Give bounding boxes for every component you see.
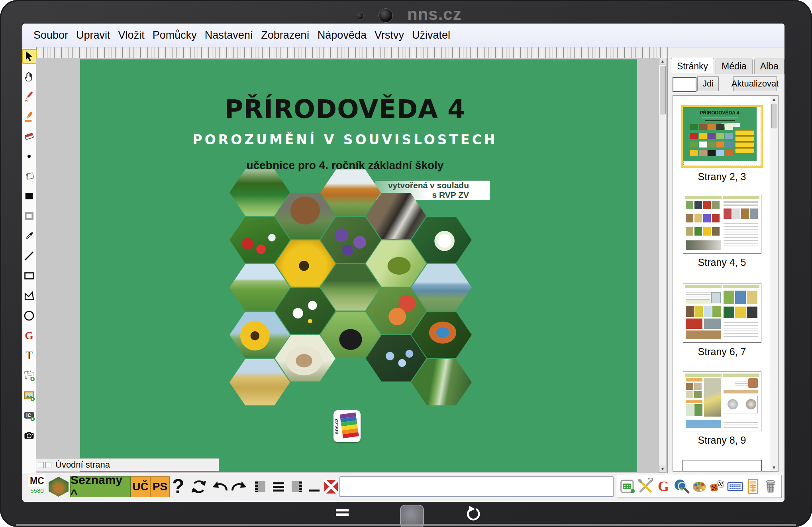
earth-search-icon[interactable]	[673, 478, 690, 495]
thumbnail-item-strany-2-3[interactable]: PŘÍRODOVĚDA 4	[678, 105, 766, 183]
menu-nastaveni[interactable]: Nastavení	[201, 29, 257, 41]
line-tool[interactable]	[23, 249, 36, 262]
cover-hexagon-mosaic	[229, 169, 473, 406]
virtual-keyboard-icon[interactable]	[619, 478, 636, 495]
notes-tool[interactable]	[23, 369, 36, 382]
menu-napoveda[interactable]: Nápověda	[314, 29, 371, 41]
google-search-tool[interactable]: G	[23, 329, 36, 342]
workbook-button[interactable]: PS	[150, 476, 170, 497]
tab-stranky[interactable]: Stránky	[671, 58, 714, 73]
polygon-tool[interactable]	[23, 289, 36, 302]
page-number-input[interactable]	[673, 77, 696, 92]
scroll-down-icon[interactable]: ▼	[771, 465, 777, 470]
rectangle-tool[interactable]	[23, 269, 36, 282]
calculator-icon[interactable]	[745, 478, 761, 495]
filled-rectangle-tool[interactable]	[23, 189, 36, 203]
scrollbar-thumb[interactable]	[660, 66, 666, 114]
splitter-handle[interactable]	[45, 462, 51, 468]
trash-icon[interactable]	[762, 478, 779, 495]
pan-tool[interactable]	[23, 70, 36, 83]
command-input[interactable]	[339, 476, 614, 497]
thumbnail-caption: Strany 4, 5	[678, 257, 766, 268]
palette-icon[interactable]	[691, 478, 708, 495]
tablet-back-icon[interactable]	[465, 506, 482, 523]
tablet-home-button[interactable]	[400, 505, 424, 527]
lists-button[interactable]: Seznamy ^	[70, 476, 131, 497]
tools-icon[interactable]	[637, 478, 654, 495]
thumbnail-item-strany-4-5[interactable]: Strany 4, 5	[678, 194, 766, 268]
tablet-menu-icon[interactable]	[336, 509, 349, 518]
tab-alba[interactable]: Alba	[754, 59, 785, 74]
highlighter-tool[interactable]	[23, 110, 36, 123]
help-button[interactable]: ?	[172, 475, 184, 498]
menu-vrstvy[interactable]: Vrstvy	[371, 29, 408, 41]
canvas-vertical-scrollbar[interactable]: ▲ ▼	[659, 58, 666, 473]
thumbnail-list-scrollbar[interactable]: ▲ ▼	[770, 96, 778, 471]
scrollbar-thumb[interactable]	[771, 104, 777, 128]
license-badge: MC 5580	[28, 475, 46, 494]
document-canvas[interactable]: PŘÍRODOVĚDA 4 POROZUMĚNÍ V SOUVISLOSTECH…	[36, 58, 667, 473]
thumbnail-caption: Strany 2, 3	[678, 171, 766, 183]
tablet-brand: nns.cz	[407, 5, 462, 24]
cover-title: PŘÍRODOVĚDA 4	[80, 94, 610, 124]
eyedropper-tool[interactable]	[23, 229, 36, 242]
tab-media[interactable]: Média	[716, 59, 753, 74]
point-tool[interactable]	[23, 149, 36, 163]
eraser-tool[interactable]	[23, 130, 36, 143]
stamp-tool[interactable]	[23, 169, 36, 183]
nns-logo: nns.cz	[333, 410, 361, 442]
thumbnail-preview[interactable]: PŘÍRODOVĚDA 4	[681, 105, 763, 168]
redo-icon[interactable]	[230, 478, 249, 496]
close-icon[interactable]	[322, 478, 340, 496]
pages-panel: Stránky Média Alba Jdi Aktualizovat PŘÍR…	[667, 47, 785, 473]
update-button[interactable]: Aktualizovat	[733, 76, 777, 91]
go-button[interactable]: Jdi	[697, 76, 719, 91]
thumbnail-preview[interactable]	[683, 283, 761, 343]
thumbnail-item-strany-8-9[interactable]: Strany 8, 9	[678, 372, 766, 446]
menu-zobrazeni[interactable]: Zobrazení	[257, 29, 314, 41]
thumbnail-preview[interactable]	[683, 372, 761, 431]
cover-subtitle: POROZUMĚNÍ V SOUVISLOSTECH	[80, 132, 610, 147]
panel-right-icon[interactable]	[288, 478, 306, 496]
scroll-up-icon[interactable]: ▲	[659, 58, 666, 65]
dice-icon[interactable]	[709, 478, 726, 495]
splitter-handle[interactable]	[38, 462, 44, 468]
add-image-tool[interactable]	[23, 389, 36, 402]
select-tool[interactable]	[23, 50, 36, 63]
svg-text:IC: IC	[26, 413, 31, 418]
menu-uzivatel[interactable]: Uživatel	[408, 29, 454, 41]
pencil-tool[interactable]	[23, 90, 36, 103]
book-cover-page: PŘÍRODOVĚDA 4 POROZUMĚNÍ V SOUVISLOSTECH…	[80, 59, 637, 472]
white-rectangle-tool[interactable]	[23, 209, 36, 222]
menu-pomucky[interactable]: Pomůcky	[149, 29, 201, 41]
textbook-button[interactable]: UČ	[131, 476, 150, 497]
thumbnail-item-strany-6-7[interactable]: Strany 6, 7	[678, 283, 766, 358]
thumbnail-caption: Strany 8, 9	[678, 435, 766, 446]
menu-vlozit[interactable]: Vložit	[114, 29, 149, 41]
keyboard-icon[interactable]	[727, 478, 743, 495]
rotate-icon[interactable]	[190, 478, 208, 496]
goto-page-row: Jdi Aktualizovat	[673, 76, 781, 92]
scroll-down-icon[interactable]: ▼	[659, 466, 666, 473]
thumbnail-preview[interactable]	[683, 194, 761, 254]
squirrel-avatar[interactable]	[49, 477, 69, 497]
mc-number: 5580	[28, 487, 46, 494]
bottom-toolbar: MC 5580 Seznamy ^ UČ PS ?	[22, 473, 785, 502]
minimize-icon[interactable]	[305, 478, 324, 496]
google-icon[interactable]: G	[655, 478, 672, 495]
screen-capture-tool[interactable]: IC	[23, 409, 36, 422]
svg-text:G: G	[25, 330, 33, 342]
drawing-toolbar: G T IC	[22, 47, 36, 473]
text-tool[interactable]: T	[23, 349, 36, 362]
menu-upravit[interactable]: Upravit	[72, 29, 114, 41]
undo-icon[interactable]	[210, 478, 229, 496]
ellipse-tool[interactable]	[23, 309, 36, 322]
lines-icon[interactable]	[269, 478, 288, 496]
page-status-strip: Úvodní strana	[36, 458, 219, 471]
camera-tool[interactable]	[23, 429, 36, 442]
menu-soubor[interactable]: Soubor	[29, 29, 72, 41]
thumbnail-item-partial[interactable]	[683, 460, 762, 472]
scroll-up-icon[interactable]: ▲	[771, 96, 777, 102]
panel-left-icon[interactable]	[251, 478, 269, 496]
page-thumbnail-list: PŘÍRODOVĚDA 4	[673, 95, 779, 472]
